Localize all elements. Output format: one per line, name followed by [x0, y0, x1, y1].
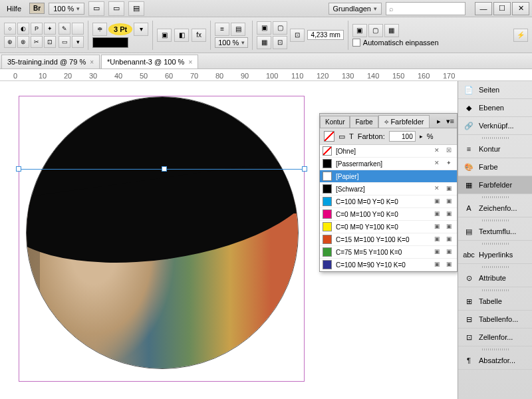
- rail-icon: 🎨: [464, 162, 474, 172]
- tool-icon[interactable]: ▾: [72, 36, 84, 48]
- tool-icon[interactable]: ✦: [44, 23, 56, 35]
- flyout-icon[interactable]: ⚡: [513, 29, 528, 42]
- frame-fit-icon[interactable]: ▢: [368, 24, 383, 37]
- view-mode-icon[interactable]: ▭: [88, 1, 104, 16]
- dim-field[interactable]: 4,233 mm: [307, 30, 343, 40]
- bridge-button[interactable]: Br: [29, 3, 45, 14]
- swatch-chip: [323, 235, 332, 244]
- swatch-row[interactable]: [Schwarz]✕▣: [320, 183, 457, 196]
- stroke-weight-field[interactable]: 3 Pt: [108, 23, 132, 35]
- minimize-button[interactable]: —: [475, 2, 492, 15]
- help-menu[interactable]: Hilfe: [3, 3, 25, 15]
- swatch-row[interactable]: C=75 M=5 Y=100 K=0▣▣: [320, 246, 457, 259]
- tool-icon[interactable]: ✎: [59, 23, 70, 35]
- swatch-row[interactable]: C=0 M=100 Y=0 K=0▣▣: [320, 208, 457, 221]
- fit-icon[interactable]: ▢: [273, 21, 287, 35]
- close-button[interactable]: ✕: [512, 2, 529, 15]
- swatch-name: [Ohne]: [336, 148, 430, 155]
- rail-label: Kontur: [479, 145, 500, 153]
- effects-icon[interactable]: ▣: [157, 29, 172, 42]
- container-proxy-icon[interactable]: ▭: [338, 132, 345, 141]
- tool-icon[interactable]: ⊕: [4, 36, 16, 48]
- swatch-row[interactable]: [Passermarken]✕✦: [320, 158, 457, 170]
- rail-icon: A: [464, 203, 474, 213]
- opacity-icon[interactable]: ◧: [174, 29, 189, 42]
- rail-item[interactable]: ≡Kontur: [458, 140, 532, 158]
- rail-item[interactable]: ⊟Tabellenfo...: [458, 311, 532, 329]
- document-tabs: 35-training.indd @ 79 %× *Unbenannt-3 @ …: [0, 53, 532, 69]
- maximize-button[interactable]: ☐: [493, 2, 511, 15]
- fit-icon[interactable]: ▦: [257, 36, 271, 49]
- tint-input[interactable]: [389, 131, 416, 142]
- stroke-step-icon[interactable]: ≑: [92, 23, 107, 36]
- rail-item[interactable]: abcHyperlinks: [458, 246, 532, 264]
- workspace-dropdown[interactable]: Grundlagen: [329, 3, 382, 15]
- rail-item[interactable]: 📄Seiten: [458, 81, 532, 99]
- fill-proxy-icon[interactable]: [324, 131, 334, 142]
- rail-item[interactable]: 🔗Verknüpf...: [458, 117, 532, 135]
- rail-item[interactable]: ¶Absatzfor...: [458, 352, 532, 370]
- stroke-color-swatch[interactable]: [92, 37, 128, 48]
- rail-item[interactable]: ▦Farbfelder: [458, 176, 532, 194]
- crop-icon[interactable]: ⊡: [290, 29, 305, 42]
- right-panel-rail: 📄Seiten◆Ebenen🔗Verknüpf...≡Kontur🎨Farbe▦…: [458, 81, 532, 399]
- selection-handles[interactable]: [19, 166, 305, 173]
- swatch-row[interactable]: C=15 M=100 Y=100 K=0▣▣: [320, 233, 457, 246]
- swatch-row[interactable]: C=100 M=90 Y=10 K=0▣▣: [320, 259, 457, 271]
- close-tab-icon[interactable]: ×: [188, 59, 192, 66]
- tool-icon[interactable]: ◐: [17, 23, 29, 35]
- screen-mode-icon[interactable]: ▭: [108, 1, 124, 16]
- rail-label: Hyperlinks: [479, 251, 513, 259]
- swatch-row[interactable]: C=0 M=0 Y=100 K=0▣▣: [320, 221, 457, 233]
- document-tab[interactable]: 35-training.indd @ 79 %×: [1, 55, 100, 68]
- rail-item[interactable]: ⊙Attribute: [458, 269, 532, 287]
- zoom-dropdown[interactable]: 100 %: [49, 3, 84, 15]
- fx-icon[interactable]: fx: [192, 29, 206, 42]
- rail-item[interactable]: AZeichenfo...: [458, 200, 532, 217]
- swatch-row[interactable]: C=100 M=0 Y=0 K=0▣▣: [320, 196, 457, 208]
- frame-fit-icon[interactable]: ▦: [384, 24, 399, 37]
- circle-image-frame[interactable]: [26, 96, 299, 369]
- align-icon[interactable]: ≡: [215, 23, 229, 36]
- menu-bar: Hilfe Br 100 % ▭ ▭ ▤ Grundlagen ⌕ — ☐ ✕: [0, 0, 532, 17]
- rail-item[interactable]: ⊡Zellenfor...: [458, 329, 532, 346]
- rail-item[interactable]: ⊞Tabelle: [458, 293, 532, 311]
- panel-collapse-icon[interactable]: ▸: [434, 115, 444, 128]
- arrange-icon[interactable]: ▤: [128, 1, 144, 16]
- panel-tab-swatches[interactable]: ✧ Farbfelder: [378, 115, 430, 128]
- search-input[interactable]: ⌕: [386, 2, 466, 15]
- rail-label: Tabelle: [479, 297, 502, 305]
- autofit-checkbox[interactable]: Automatisch einpassen: [352, 39, 439, 47]
- swatch-row[interactable]: [Ohne]✕☒: [320, 145, 457, 158]
- tool-icon[interactable]: ✂: [31, 36, 43, 48]
- swatch-row[interactable]: [Papier]: [320, 170, 457, 183]
- rail-item[interactable]: ▤Textumflu...: [458, 223, 532, 241]
- rail-item[interactable]: 🎨Farbe: [458, 158, 532, 176]
- swatch-type-icon: ▣: [446, 261, 454, 269]
- tool-icon[interactable]: ▭: [59, 36, 70, 48]
- rail-item[interactable]: ◆Ebenen: [458, 99, 532, 117]
- panel-tab-color[interactable]: Farbe: [350, 116, 378, 128]
- canvas[interactable]: Kontur Farbe ✧ Farbfelder ▸ ▾≡ ▭ T Farbt…: [0, 81, 458, 399]
- no-fill-icon[interactable]: [72, 23, 84, 35]
- scale-field[interactable]: 100 %: [215, 37, 248, 48]
- align-icon[interactable]: ▤: [231, 23, 245, 36]
- swatch-flag-icon: ▣: [434, 261, 442, 269]
- text-proxy-icon[interactable]: T: [349, 132, 354, 140]
- dropdown-icon[interactable]: ▾: [134, 23, 148, 36]
- rail-icon: ◆: [464, 102, 474, 113]
- panel-tab-stroke[interactable]: Kontur: [320, 116, 350, 128]
- document-tab-active[interactable]: *Unbenannt-3 @ 100 %×: [101, 55, 198, 68]
- swatch-type-icon: ☒: [446, 147, 454, 155]
- close-tab-icon[interactable]: ×: [90, 59, 94, 66]
- tool-icon[interactable]: ⊡: [44, 36, 56, 48]
- fit-icon[interactable]: ⊡: [273, 36, 287, 49]
- tool-icon[interactable]: ⊗: [17, 36, 29, 48]
- swatch-type-icon: ▣: [446, 235, 454, 243]
- panel-menu-icon[interactable]: ▾≡: [444, 115, 457, 128]
- horizontal-ruler[interactable]: 0102030405060708090100110120130140150160…: [0, 69, 532, 81]
- frame-fit-icon[interactable]: ▣: [352, 24, 367, 37]
- tool-icon[interactable]: P: [31, 23, 43, 35]
- tool-icon[interactable]: ○: [4, 23, 16, 35]
- fit-icon[interactable]: ▣: [257, 21, 271, 35]
